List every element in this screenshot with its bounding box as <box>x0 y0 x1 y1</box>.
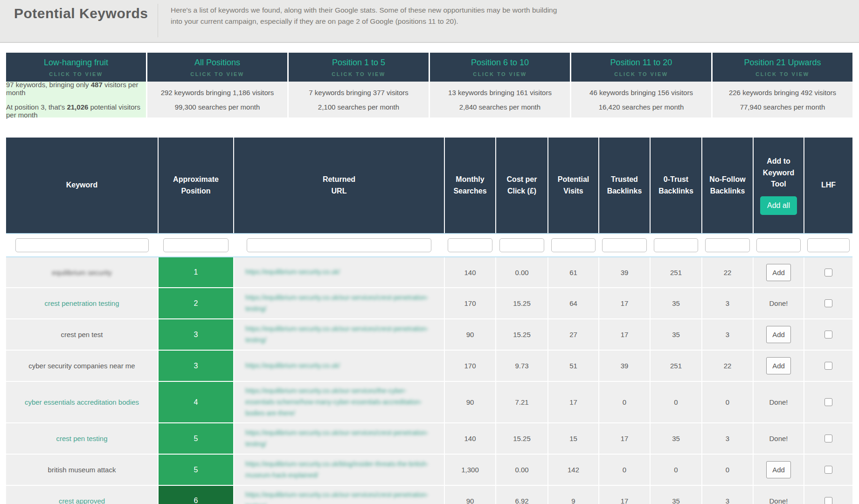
add-keyword-button[interactable]: Add <box>766 461 791 478</box>
summary-boxes: Low-hanging fruit CLICK TO VIEW 97 keywo… <box>6 53 852 117</box>
summary-box-position-11-to-20: Position 11 to 20 CLICK TO VIEW 46 keywo… <box>571 53 711 117</box>
summary-line-2: 77,940 searches per month <box>740 103 825 111</box>
summary-line-1: 292 keywords bringing 1,186 visitors <box>161 89 274 97</box>
summary-box-title: All Positions <box>194 58 240 68</box>
summary-box-all-positions-header[interactable]: All Positions CLICK TO VIEW <box>147 53 287 82</box>
lhf-cell <box>804 288 852 318</box>
summary-box-position-1-to-5-header[interactable]: Position 1 to 5 CLICK TO VIEW <box>289 53 429 82</box>
column-header-returned-url: Returned URL <box>234 138 444 233</box>
summary-box-low-hanging-fruit-header[interactable]: Low-hanging fruit CLICK TO VIEW <box>6 53 146 82</box>
filter-0-trust-backlinks-input[interactable] <box>654 238 699 252</box>
summary-box-position-11-to-20-header[interactable]: Position 11 to 20 CLICK TO VIEW <box>571 53 711 82</box>
action-cell: Add <box>754 351 804 381</box>
click-to-view-label: CLICK TO VIEW <box>614 71 668 77</box>
url-link-blurred[interactable]: https://equilibrium-security.co.uk/ <box>245 267 340 278</box>
0-trust-backlinks-cell: 0 <box>651 455 701 485</box>
no-follow-backlinks-cell: 3 <box>702 288 753 318</box>
url-link-blurred[interactable]: https://equilibrium-security.co.uk/ <box>245 360 340 372</box>
url-link-blurred[interactable]: https://equilibrium-security.co.uk/our-s… <box>245 428 434 450</box>
lhf-checkbox[interactable] <box>824 497 832 504</box>
no-follow-backlinks-cell: 22 <box>702 351 753 381</box>
column-header-add-to-keyword-tool: Add to Keyword Tool Add all <box>754 138 804 233</box>
returned-url-cell: https://equilibrium-security.co.uk/our-s… <box>234 423 444 454</box>
lhf-checkbox[interactable] <box>824 398 832 406</box>
returned-url-cell: https://equilibrium-security.co.uk/blog/… <box>234 455 444 485</box>
add-keyword-button[interactable]: Add <box>766 326 791 343</box>
done-label: Done! <box>769 299 788 307</box>
lhf-checkbox[interactable] <box>824 331 832 338</box>
summary-line-1: 13 keywords bringing 161 visitors <box>448 89 552 97</box>
summary-box-body: 292 keywords bringing 1,186 visitors 99,… <box>147 82 287 117</box>
table-row: crest pen test 3 https://equilibrium-sec… <box>6 319 852 350</box>
summary-box-position-6-to-10-header[interactable]: Position 6 to 10 CLICK TO VIEW <box>430 53 570 82</box>
monthly-searches-cell: 90 <box>445 486 495 504</box>
lhf-checkbox[interactable] <box>824 299 832 307</box>
lhf-cell <box>804 486 852 504</box>
summary-box-low-hanging-fruit: Low-hanging fruit CLICK TO VIEW 97 keywo… <box>6 53 146 117</box>
add-all-button[interactable]: Add all <box>760 196 797 215</box>
summary-box-body: 46 keywords bringing 156 visitors 16,420… <box>571 82 711 117</box>
add-keyword-button[interactable]: Add <box>766 264 791 281</box>
table-row: cyber essentials accreditation bodies 4 … <box>6 382 852 422</box>
keyword-link[interactable]: crest pen testing <box>56 435 107 442</box>
summary-box-body: 7 keywords bringing 377 visitors 2,100 s… <box>289 82 429 117</box>
filter-cost-per-click-input[interactable] <box>499 238 545 252</box>
url-link-blurred[interactable]: https://equilibrium-security.co.uk/our-s… <box>245 324 434 346</box>
keyword-text-blurred: equilibrium security <box>52 269 111 276</box>
no-follow-backlinks-cell: 3 <box>702 319 753 350</box>
keyword-link[interactable]: crest penetration testing <box>44 299 119 307</box>
lhf-checkbox[interactable] <box>824 269 832 276</box>
url-link-blurred[interactable]: https://equilibrium-security.co.uk/our-s… <box>245 490 434 504</box>
summary-line-1: 97 keywords, bringing only 487 visitors … <box>6 81 146 97</box>
table-row: cyber security companies near me 3 https… <box>6 351 852 381</box>
keyword-link[interactable]: crest approved <box>59 497 105 504</box>
column-header-0-trust-backlinks: 0-Trust Backlinks <box>651 138 701 233</box>
potential-visits-cell: 9 <box>548 486 598 504</box>
cost-per-click-cell: 9.73 <box>496 351 547 381</box>
filter-lhf-input[interactable] <box>807 238 850 252</box>
0-trust-backlinks-cell: 251 <box>651 257 701 287</box>
returned-url-cell: https://equilibrium-security.co.uk/ <box>234 351 444 381</box>
0-trust-backlinks-cell: 35 <box>651 423 701 454</box>
click-to-view-label: CLICK TO VIEW <box>332 71 385 77</box>
returned-url-cell: https://equilibrium-security.co.uk/our-s… <box>234 319 444 350</box>
trusted-backlinks-cell: 0 <box>599 455 650 485</box>
filter-position-input[interactable] <box>163 238 229 252</box>
url-link-blurred[interactable]: https://equilibrium-security.co.uk/blog/… <box>245 459 434 481</box>
position-cell: 3 <box>159 319 233 350</box>
column-header-potential-visits: Potential Visits <box>548 138 598 233</box>
filter-no-follow-backlinks-input[interactable] <box>705 238 749 252</box>
returned-url-cell: https://equilibrium-security.co.uk/our-s… <box>234 288 444 318</box>
column-header-no-follow-backlinks: No-Follow Backlinks <box>702 138 753 233</box>
lhf-checkbox[interactable] <box>824 362 832 370</box>
lhf-checkbox[interactable] <box>824 435 832 442</box>
filter-add-input[interactable] <box>756 238 800 252</box>
trusted-backlinks-cell: 17 <box>599 319 650 350</box>
summary-line-1: 7 keywords bringing 377 visitors <box>309 89 408 97</box>
filter-keyword-input[interactable] <box>15 238 149 252</box>
column-header-monthly-searches: Monthly Searches <box>445 138 495 233</box>
trusted-backlinks-cell: 17 <box>599 288 650 318</box>
keyword-text: cyber security companies near me <box>28 362 135 370</box>
summary-line-2: 2,100 searches per month <box>318 103 399 111</box>
keyword-cell: british museum attack <box>6 455 158 485</box>
filter-trusted-backlinks-input[interactable] <box>602 238 646 252</box>
url-link-blurred[interactable]: https://equilibrium-security.co.uk/our-s… <box>245 292 434 315</box>
position-cell: 2 <box>159 288 233 318</box>
trusted-backlinks-cell: 0 <box>599 382 650 422</box>
filter-url-input[interactable] <box>247 238 431 252</box>
keyword-link[interactable]: cyber essentials accreditation bodies <box>25 398 139 406</box>
summary-box-position-21-upwards-header[interactable]: Position 21 Upwards CLICK TO VIEW <box>713 53 852 82</box>
filter-monthly-searches-input[interactable] <box>448 238 492 252</box>
monthly-searches-cell: 1,300 <box>445 455 495 485</box>
keyword-cell: crest approved <box>6 486 158 504</box>
summary-box-title: Position 11 to 20 <box>610 58 672 68</box>
done-label: Done! <box>769 497 788 504</box>
filter-potential-visits-input[interactable] <box>551 238 595 252</box>
column-header-trusted-backlinks: Trusted Backlinks <box>599 138 650 233</box>
trusted-backlinks-cell: 17 <box>599 486 650 504</box>
add-keyword-button[interactable]: Add <box>766 357 791 374</box>
cost-per-click-cell: 6.92 <box>496 486 547 504</box>
url-link-blurred[interactable]: https://equilibrium-security.co.uk/our-s… <box>245 386 434 419</box>
lhf-checkbox[interactable] <box>824 466 832 474</box>
